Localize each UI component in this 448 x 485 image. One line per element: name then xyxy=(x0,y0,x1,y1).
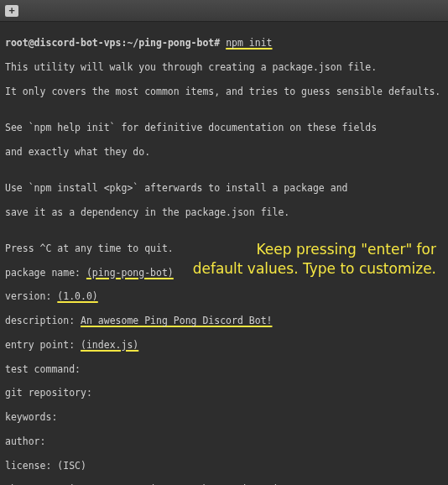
prompt-label: description: xyxy=(5,315,81,326)
annotation-callout: Keep pressing "enter" for default values… xyxy=(193,240,436,279)
output-line: This utility will walk you through creat… xyxy=(5,61,443,73)
prompt-value: An awesome Ping Pong Discord Bot! xyxy=(81,315,272,326)
output-line: save it as a dependency in the package.j… xyxy=(5,206,443,218)
prompt-label: keywords: xyxy=(5,411,443,423)
prompt-value: (index.js) xyxy=(81,339,138,351)
command-input: npm init xyxy=(226,37,272,49)
output-line: and exactly what they do. xyxy=(5,146,443,158)
prompt-label: git repository: xyxy=(5,387,443,399)
shell-prompt: root@discord-bot-vps:~/ping-pong-bot# xyxy=(5,37,220,49)
prompt-label: test command: xyxy=(5,363,443,375)
window-titlebar xyxy=(0,0,448,22)
output-line: It only covers the most common items, an… xyxy=(5,86,443,97)
prompt-label: license: (ISC) xyxy=(5,460,443,472)
new-tab-icon[interactable] xyxy=(5,5,18,17)
annotation-line: Keep pressing "enter" for xyxy=(193,240,436,259)
prompt-label: package name: xyxy=(5,267,86,279)
prompt-label: entry point: xyxy=(5,339,81,351)
annotation-line: default values. Type to customize. xyxy=(193,259,436,279)
output-line: See `npm help init` for definitive docum… xyxy=(5,122,443,133)
output-line: Use `npm install <pkg>` afterwards to in… xyxy=(5,182,443,194)
prompt-label: version: xyxy=(5,290,57,302)
prompt-value: (ping-pong-bot) xyxy=(86,267,174,279)
prompt-value: (1.0.0) xyxy=(57,290,97,302)
prompt-label: author: xyxy=(5,435,443,447)
